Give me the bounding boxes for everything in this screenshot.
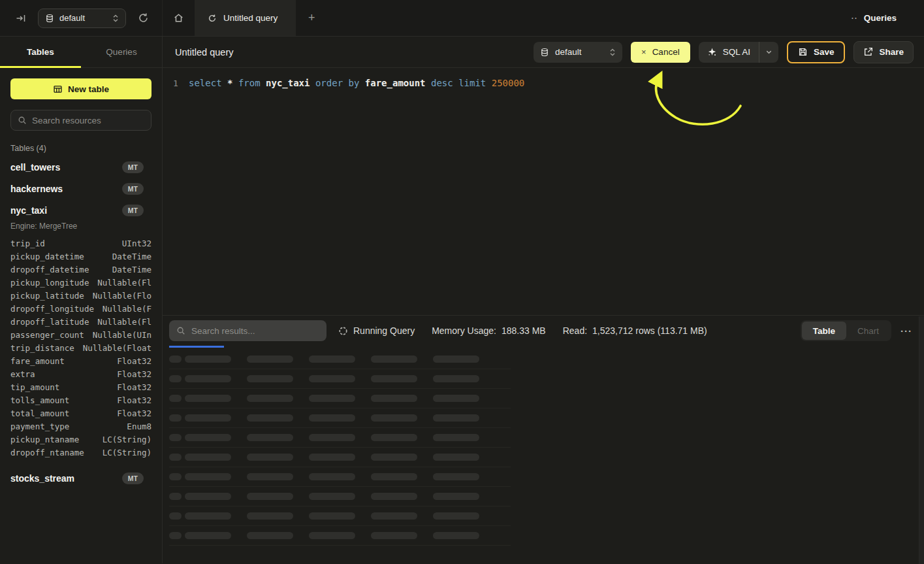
column-row: trip_id UInt32 [10,237,151,250]
memory-usage-value: 188.33 MB [502,325,546,336]
save-button[interactable]: Save [787,41,846,63]
toggle-chart[interactable]: Chart [846,322,890,340]
column-row: trip_distance Nullable(Float [10,341,151,354]
column-name: trip_distance [10,343,74,353]
table-engine-badge: MT [122,205,144,216]
view-toggle: Table Chart [801,320,891,341]
share-button[interactable]: Share [853,41,914,63]
sql-token: desc [431,78,453,88]
tables-list: cell_towers MT hackernews MT nyc_taxi MT… [10,156,151,489]
sql-line-1[interactable]: 1 select * from nyc_taxi order by fare_a… [163,76,924,90]
collapse-sidebar-icon [16,13,26,24]
column-row: fare_amount Float32 [10,354,151,367]
column-type: Float32 [117,395,151,405]
search-icon [176,326,185,335]
query-database-selector[interactable]: default [534,42,622,63]
skeleton-cell [433,356,479,363]
table-row[interactable]: hackernews MT [10,178,151,199]
column-name: total_amount [10,408,69,418]
skeleton-cell [185,512,231,520]
skeleton-cell [169,532,182,539]
column-row: total_amount Float32 [10,406,151,420]
sql-token: fare_amount [365,78,426,88]
more-options-button[interactable]: ··· [900,325,912,337]
skeleton-cell [185,356,231,363]
column-row: pickup_longitude Nullable(Fl [10,276,151,289]
skeleton-cell [371,356,417,363]
table-list-item: cell_towers MT [10,156,151,178]
column-type: Nullable(UIn [93,330,151,340]
sql-ai-dropdown[interactable] [759,42,778,63]
new-tab-button[interactable]: + [296,0,327,36]
column-name: extra [10,369,35,379]
query-title: Untitled query [175,47,233,58]
sql-editor[interactable]: 1 select * from nyc_taxi order by fare_a… [163,68,924,315]
line-number: 1 [163,76,189,90]
table-row[interactable]: nyc_taxi MT [10,199,151,221]
table-list-item: nyc_taxi MT Engine: MergeTree trip_id UI… [10,199,151,459]
queries-link[interactable]: ·· Queries [852,0,924,36]
skeleton-cell [433,473,479,480]
save-label: Save [814,47,835,57]
column-type: Nullable(Flo [93,291,151,301]
skeleton-row [169,487,511,506]
skeleton-cell [185,395,231,402]
query-status: Running Query Memory Usage: 188.33 MB Re… [338,325,707,336]
table-engine-badge: MT [122,161,144,173]
table-engine-badge: MT [122,183,144,195]
results-search[interactable] [169,320,327,341]
share-label: Share [879,47,904,57]
skeleton-cell [371,493,417,500]
sql-token: 250000 [492,78,525,88]
column-type: Nullable(F [103,304,151,314]
sql-token [222,78,227,88]
tabstrip: Untitled query + [163,0,852,36]
skeleton-cell [185,454,231,461]
main-panel: Untitled query default × Cancel [163,37,924,563]
column-row: extra Float32 [10,367,151,380]
results-panel: Running Query Memory Usage: 188.33 MB Re… [163,315,924,563]
toggle-table[interactable]: Table [802,322,846,340]
home-tab-button[interactable] [163,0,195,36]
database-icon [540,48,549,57]
skeleton-cell [185,473,231,480]
sidebar-tab-tables[interactable]: Tables [0,37,81,67]
search-icon [18,116,27,125]
sql-ai-label: SQL AI [723,47,750,57]
queries-icon: ·· [852,14,858,23]
sidebar-search-input[interactable] [32,116,144,125]
skeleton-cell [185,414,231,422]
new-table-button[interactable]: New table [10,78,151,99]
sql-line-content: select * from nyc_taxi order by fare_amo… [189,76,524,90]
column-name: pickup_ntaname [10,435,79,444]
results-search-input[interactable] [191,326,319,336]
sql-token [453,78,458,88]
collapse-sidebar-button[interactable] [13,10,29,26]
status-text: Running Query [353,325,415,336]
skeleton-cell [433,493,479,500]
skeleton-cell [371,434,417,441]
table-list-item: stocks_stream MT [10,467,151,489]
sidebar-search[interactable] [10,110,151,131]
topbar-database-selector[interactable]: default [38,8,126,28]
scrollbar-track[interactable] [919,316,924,564]
tab-sync-icon [208,14,217,23]
progress-bar [169,346,224,348]
skeleton-cell [169,434,182,441]
refresh-button[interactable] [135,10,151,26]
skeleton-cell [247,532,293,539]
sql-ai-main[interactable]: SQL AI [699,42,759,63]
sidebar-tab-queries[interactable]: Queries [81,37,162,67]
column-row: tip_amount Float32 [10,380,151,393]
table-row[interactable]: stocks_stream MT [10,467,151,489]
sql-ai-button[interactable]: SQL AI [699,42,778,63]
spinner-icon [338,326,348,336]
skeleton-cell [309,356,355,363]
tab-untitled-query[interactable]: Untitled query [195,0,296,36]
cancel-button[interactable]: × Cancel [631,42,690,63]
column-type: Nullable(Fl [97,278,151,288]
skeleton-cell [247,395,293,402]
home-icon [173,12,184,24]
skeleton-cell [247,454,293,461]
table-row[interactable]: cell_towers MT [10,156,151,178]
